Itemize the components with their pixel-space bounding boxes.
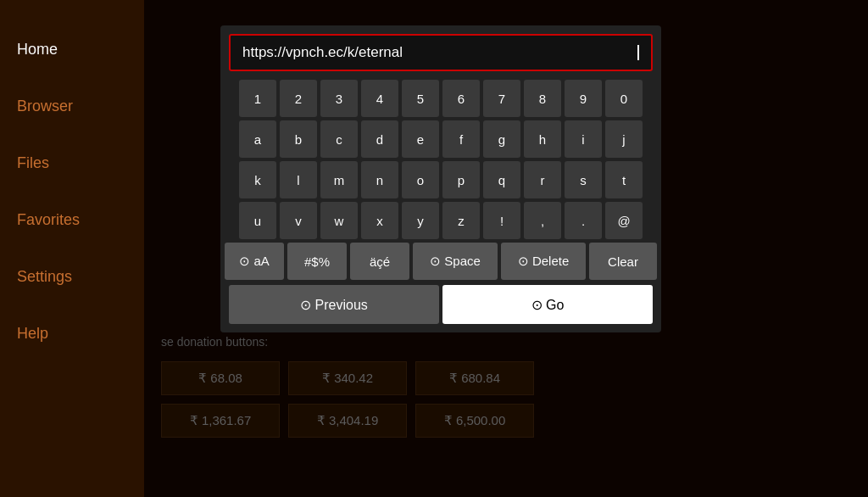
key-z[interactable]: z: [442, 202, 480, 239]
key-f[interactable]: f: [442, 120, 480, 158]
key-j[interactable]: j: [605, 120, 643, 158]
key-5[interactable]: 5: [402, 80, 439, 117]
key-v[interactable]: v: [280, 202, 317, 239]
sidebar-item-browser[interactable]: Browser: [0, 91, 144, 122]
key-accents[interactable]: äçé: [350, 243, 409, 280]
key-b[interactable]: b: [280, 120, 317, 158]
key-s[interactable]: s: [565, 161, 602, 198]
key-space[interactable]: ⊙ Space: [413, 243, 498, 280]
action-row: ⊙ Previous ⊙ Go: [229, 285, 653, 324]
key-6[interactable]: 6: [442, 80, 480, 117]
key-9[interactable]: 9: [565, 80, 602, 117]
key-clear[interactable]: Clear: [589, 243, 657, 280]
key-8[interactable]: 8: [524, 80, 561, 117]
sidebar-label-favorites: Favorites: [17, 211, 80, 228]
sidebar-label-home: Home: [17, 41, 58, 58]
key-2[interactable]: 2: [280, 80, 317, 117]
url-text: https://vpnch.ec/k/eternal: [242, 44, 637, 61]
key-p[interactable]: p: [442, 161, 480, 198]
key-q[interactable]: q: [483, 161, 520, 198]
key-k[interactable]: k: [239, 161, 276, 198]
sidebar: Home Browser Files Favorites Settings He…: [0, 0, 144, 497]
number-row: 1 2 3 4 5 6 7 8 9 0: [229, 80, 653, 117]
alpha-row-2: k l m n o p q r s t: [229, 161, 653, 198]
key-case-toggle[interactable]: ⊙ aA: [225, 243, 284, 280]
sidebar-item-help[interactable]: Help: [0, 318, 144, 349]
key-x[interactable]: x: [361, 202, 398, 239]
key-at[interactable]: @: [605, 202, 643, 239]
url-input-box[interactable]: https://vpnch.ec/k/eternal: [229, 34, 653, 71]
key-a[interactable]: a: [239, 120, 276, 158]
keyboard-rows: 1 2 3 4 5 6 7 8 9 0 a b c d e f g h i j …: [229, 80, 653, 280]
key-g[interactable]: g: [483, 120, 520, 158]
key-n[interactable]: n: [361, 161, 398, 198]
previous-label: ⊙ Previous: [300, 297, 368, 313]
go-button[interactable]: ⊙ Go: [442, 285, 653, 324]
key-symbols[interactable]: #$%: [287, 243, 347, 280]
sidebar-item-home[interactable]: Home: [0, 34, 144, 65]
alpha-row-1: a b c d e f g h i j: [229, 120, 653, 158]
sidebar-item-favorites[interactable]: Favorites: [0, 204, 144, 236]
go-label: ⊙ Go: [531, 297, 565, 313]
key-4[interactable]: 4: [361, 80, 398, 117]
key-t[interactable]: t: [605, 161, 643, 198]
key-h[interactable]: h: [524, 120, 561, 158]
sidebar-label-files: Files: [17, 154, 49, 171]
sidebar-label-browser: Browser: [17, 98, 73, 114]
key-m[interactable]: m: [320, 161, 358, 198]
key-0[interactable]: 0: [605, 80, 643, 117]
key-r[interactable]: r: [524, 161, 561, 198]
previous-button[interactable]: ⊙ Previous: [229, 285, 439, 324]
alpha-row-3: u v w x y z ! , . @: [229, 202, 653, 239]
key-c[interactable]: c: [320, 120, 358, 158]
sidebar-label-settings: Settings: [17, 268, 72, 285]
key-i[interactable]: i: [565, 120, 602, 158]
key-w[interactable]: w: [320, 202, 358, 239]
sidebar-label-help: Help: [17, 325, 48, 342]
key-d[interactable]: d: [361, 120, 398, 158]
key-e[interactable]: e: [402, 120, 439, 158]
sidebar-item-files[interactable]: Files: [0, 148, 144, 179]
cursor: [637, 45, 639, 60]
key-y[interactable]: y: [402, 202, 439, 239]
key-delete[interactable]: ⊙ Delete: [501, 243, 586, 280]
special-row: ⊙ aA #$% äçé ⊙ Space ⊙ Delete Clear: [229, 243, 653, 280]
key-7[interactable]: 7: [483, 80, 520, 117]
keyboard-overlay: https://vpnch.ec/k/eternal 1 2 3 4 5 6 7…: [220, 25, 661, 332]
key-o[interactable]: o: [402, 161, 439, 198]
key-comma[interactable]: ,: [524, 202, 561, 239]
sidebar-item-settings[interactable]: Settings: [0, 261, 144, 293]
key-1[interactable]: 1: [239, 80, 276, 117]
key-exclaim[interactable]: !: [483, 202, 520, 239]
key-3[interactable]: 3: [320, 80, 358, 117]
key-l[interactable]: l: [280, 161, 317, 198]
key-u[interactable]: u: [239, 202, 276, 239]
key-period[interactable]: .: [565, 202, 602, 239]
